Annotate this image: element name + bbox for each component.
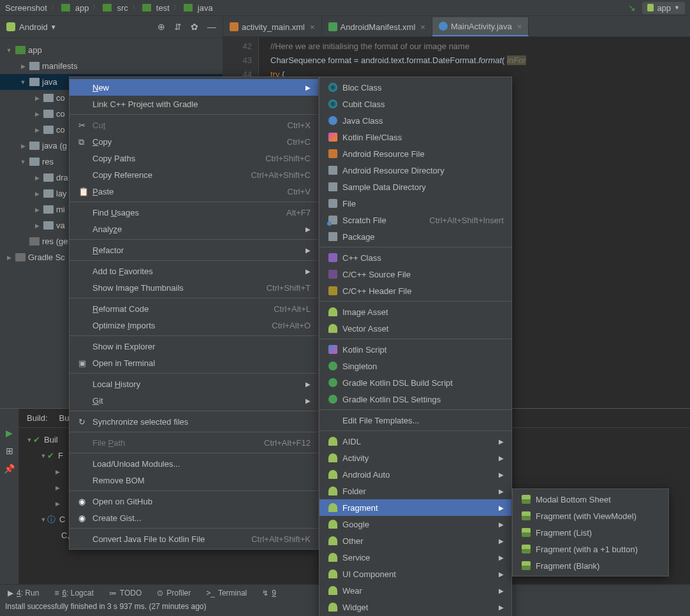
tool-window-button[interactable]: ≔TODO xyxy=(109,589,142,598)
project-view-label[interactable]: Android xyxy=(19,22,48,32)
menu-item[interactable]: Widget▶ xyxy=(319,599,511,615)
run-config-label: app xyxy=(657,3,671,13)
menu-item[interactable]: Local History▶ xyxy=(70,376,318,392)
menu-item[interactable]: Edit File Templates... xyxy=(319,412,511,429)
breadcrumb-seg[interactable]: src xyxy=(117,3,128,13)
menu-item[interactable]: New▶ xyxy=(70,79,318,96)
gear-icon[interactable]: ✿ xyxy=(191,22,198,32)
menu-item[interactable]: Link C++ Project with Gradle xyxy=(70,96,318,112)
menu-item[interactable]: ✂CutCtrl+X xyxy=(70,117,318,133)
close-icon[interactable]: × xyxy=(310,22,315,32)
menu-item[interactable]: Gradle Kotlin DSL Build Script xyxy=(319,374,511,391)
menu-item[interactable]: ▣Open in Terminal xyxy=(70,355,318,371)
menu-item[interactable]: Optimize ImportsCtrl+Alt+O xyxy=(70,317,318,334)
menu-item[interactable]: Activity▶ xyxy=(319,450,511,466)
tool-window-button[interactable]: >_Terminal xyxy=(206,589,247,598)
collapse-icon[interactable]: ⇵ xyxy=(174,22,182,32)
menu-item[interactable]: Fragment (Blank) xyxy=(513,557,668,574)
menu-item[interactable]: ◉Open on GitHub xyxy=(70,493,318,510)
menu-item[interactable]: C/C++ Header File xyxy=(319,282,511,299)
menu-item[interactable]: Copy PathsCtrl+Shift+C xyxy=(70,150,318,166)
editor-tab[interactable]: AndroidManifest.xml× xyxy=(322,17,432,36)
menu-item[interactable]: ↻Synchronize selected files xyxy=(70,413,318,430)
menu-item[interactable]: Show in Explorer xyxy=(70,338,318,355)
menu-item[interactable]: ◉Create Gist... xyxy=(70,510,318,526)
menu-item[interactable]: Analyze▶ xyxy=(70,221,318,237)
menu-item[interactable]: File xyxy=(319,195,511,212)
menu-item[interactable]: Kotlin File/Class xyxy=(319,129,511,145)
menu-item[interactable]: Load/Unload Modules... xyxy=(70,455,318,472)
menu-item[interactable]: Vector Asset xyxy=(319,320,511,337)
chevron-down-icon[interactable]: ▼ xyxy=(50,24,57,31)
menu-item[interactable]: Singleton xyxy=(319,358,511,374)
menu-item[interactable]: Refactor▶ xyxy=(70,242,318,258)
new-submenu[interactable]: Bloc ClassCubit ClassJava ClassKotlin Fi… xyxy=(319,77,512,616)
menu-item[interactable]: Android Resource File xyxy=(319,145,511,162)
filter-icon[interactable]: ⊞ xyxy=(6,446,13,456)
run-config-selector[interactable]: app ▼ xyxy=(642,2,685,14)
menu-item[interactable]: Find UsagesAlt+F7 xyxy=(70,204,318,221)
menu-item[interactable]: Fragment (with a +1 button) xyxy=(513,541,668,557)
menu-item[interactable]: File PathCtrl+Alt+F12 xyxy=(70,434,318,451)
file-icon xyxy=(327,198,339,209)
breadcrumb-seg[interactable]: java xyxy=(198,3,213,13)
sync-icon: ↻ xyxy=(77,416,89,427)
breadcrumb-seg[interactable]: app xyxy=(75,3,89,13)
menu-item[interactable]: Wear▶ xyxy=(319,582,511,599)
menu-item[interactable]: Fragment▶ xyxy=(319,499,511,516)
menu-item[interactable]: Service▶ xyxy=(319,549,511,566)
menu-item[interactable]: Other▶ xyxy=(319,532,511,549)
file-b-icon xyxy=(327,215,339,225)
breadcrumb-seg[interactable]: Screenshot xyxy=(5,3,47,13)
hammer-icon[interactable]: ↘ xyxy=(628,3,636,13)
tree-node[interactable]: ▼app xyxy=(0,42,223,58)
menu-item[interactable]: AIDL▶ xyxy=(319,433,511,450)
menu-item[interactable]: UI Component▶ xyxy=(319,566,511,582)
pin-icon[interactable]: 📌 xyxy=(4,464,15,474)
menu-item[interactable]: Folder▶ xyxy=(319,483,511,499)
menu-item[interactable]: Bloc Class xyxy=(319,79,511,96)
menu-item[interactable]: Google▶ xyxy=(319,516,511,532)
breadcrumb-seg[interactable]: test xyxy=(156,3,170,13)
close-icon[interactable]: × xyxy=(517,22,522,31)
menu-item[interactable]: Cubit Class xyxy=(319,96,511,112)
menu-item[interactable]: C/C++ Source File xyxy=(319,266,511,282)
menu-item[interactable]: 📋PasteCtrl+V xyxy=(70,183,318,200)
menu-item[interactable]: Android Resource Directory xyxy=(319,162,511,179)
menu-item[interactable]: Modal Bottom Sheet xyxy=(513,491,668,508)
tree-node[interactable]: ▶manifests xyxy=(0,58,223,74)
menu-item[interactable]: Android Auto▶ xyxy=(319,466,511,483)
menu-item[interactable]: Image Asset xyxy=(319,304,511,320)
fragment-submenu[interactable]: Modal Bottom SheetFragment (with ViewMod… xyxy=(512,488,669,576)
menu-item[interactable]: Git▶ xyxy=(70,392,318,409)
hide-icon[interactable]: — xyxy=(207,22,216,32)
tool-window-button[interactable]: ≡6: Logcat xyxy=(54,589,93,598)
menu-item[interactable]: C++ Class xyxy=(319,249,511,266)
droid-icon xyxy=(327,307,339,317)
menu-item[interactable]: Fragment (with ViewModel) xyxy=(513,508,668,524)
close-icon[interactable]: × xyxy=(420,22,425,32)
menu-item[interactable]: Sample Data Directory xyxy=(319,179,511,195)
tool-window-button[interactable]: ↯9 xyxy=(262,589,276,598)
menu-item[interactable]: ⧉CopyCtrl+C xyxy=(70,133,318,150)
editor-tab[interactable]: activity_main.xml× xyxy=(223,17,322,36)
tool-window-button[interactable]: ▶4: Run xyxy=(8,589,39,598)
tool-window-button[interactable]: ⊙Profiler xyxy=(157,589,191,598)
menu-item[interactable]: Show Image ThumbnailsCtrl+Shift+T xyxy=(70,279,318,296)
menu-item[interactable]: Copy ReferenceCtrl+Alt+Shift+C xyxy=(70,166,318,183)
menu-item[interactable]: Remove BOM xyxy=(70,472,318,488)
menu-item[interactable]: Add to Favorites▶ xyxy=(70,263,318,279)
menu-item[interactable]: Gradle Kotlin DSL Settings xyxy=(319,391,511,407)
menu-item[interactable]: Fragment (List) xyxy=(513,524,668,541)
context-menu[interactable]: New▶Link C++ Project with Gradle✂CutCtrl… xyxy=(69,77,319,550)
menu-item[interactable]: Java Class xyxy=(319,112,511,129)
run-icon[interactable]: ▶ xyxy=(6,428,13,438)
menu-item[interactable]: Reformat CodeCtrl+Alt+L xyxy=(70,300,318,317)
editor-tabs: activity_main.xml×AndroidManifest.xml×Ma… xyxy=(223,16,690,37)
menu-item[interactable]: Convert Java File to Kotlin FileCtrl+Alt… xyxy=(70,531,318,547)
editor-tab[interactable]: MainActivity.java× xyxy=(432,17,529,36)
target-icon[interactable]: ⊕ xyxy=(158,22,165,32)
menu-item[interactable]: Kotlin Script xyxy=(319,341,511,358)
menu-item[interactable]: Scratch FileCtrl+Alt+Shift+Insert xyxy=(319,212,511,228)
menu-item[interactable]: Package xyxy=(319,228,511,245)
